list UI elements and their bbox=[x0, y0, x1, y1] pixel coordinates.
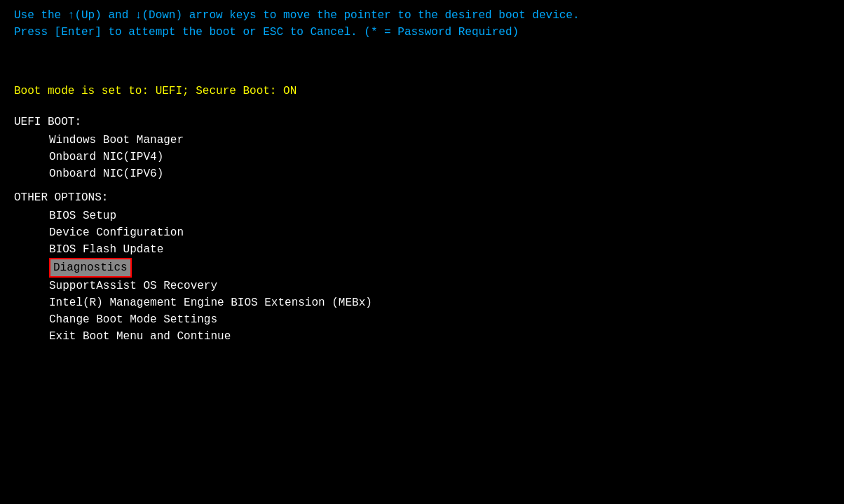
instruction-line2: Press [Enter] to attempt the boot or ESC… bbox=[14, 24, 830, 41]
other-options-items: BIOS Setup Device Configuration BIOS Fla… bbox=[14, 207, 830, 345]
option-change-boot-mode[interactable]: Change Boot Mode Settings bbox=[14, 311, 830, 328]
uefi-item-windows-boot-manager[interactable]: Windows Boot Manager bbox=[14, 132, 830, 149]
option-diagnostics[interactable]: Diagnostics bbox=[49, 258, 132, 278]
option-diagnostics-wrapper: Diagnostics bbox=[14, 258, 830, 278]
uefi-boot-header: UEFI BOOT: bbox=[14, 114, 830, 130]
instruction-line1: Use the ↑(Up) and ↓(Down) arrow keys to … bbox=[14, 7, 830, 24]
uefi-boot-items: Windows Boot Manager Onboard NIC(IPV4) O… bbox=[14, 132, 830, 182]
option-supportassist[interactable]: SupportAssist OS Recovery bbox=[14, 278, 830, 294]
option-intel-me[interactable]: Intel(R) Management Engine BIOS Extensio… bbox=[14, 294, 830, 311]
uefi-item-nic-ipv6[interactable]: Onboard NIC(IPV6) bbox=[14, 165, 830, 182]
uefi-item-nic-ipv4[interactable]: Onboard NIC(IPV4) bbox=[14, 149, 830, 165]
option-exit-boot-menu[interactable]: Exit Boot Menu and Continue bbox=[14, 328, 830, 345]
option-bios-setup[interactable]: BIOS Setup bbox=[14, 207, 830, 224]
option-device-config[interactable]: Device Configuration bbox=[14, 224, 830, 241]
instructions-block: Use the ↑(Up) and ↓(Down) arrow keys to … bbox=[14, 7, 830, 41]
other-options-header: OTHER OPTIONS: bbox=[14, 189, 830, 206]
bios-boot-screen: Use the ↑(Up) and ↓(Down) arrow keys to … bbox=[0, 0, 844, 504]
option-bios-flash[interactable]: BIOS Flash Update bbox=[14, 241, 830, 258]
boot-mode-info: Boot mode is set to: UEFI; Secure Boot: … bbox=[14, 83, 830, 100]
